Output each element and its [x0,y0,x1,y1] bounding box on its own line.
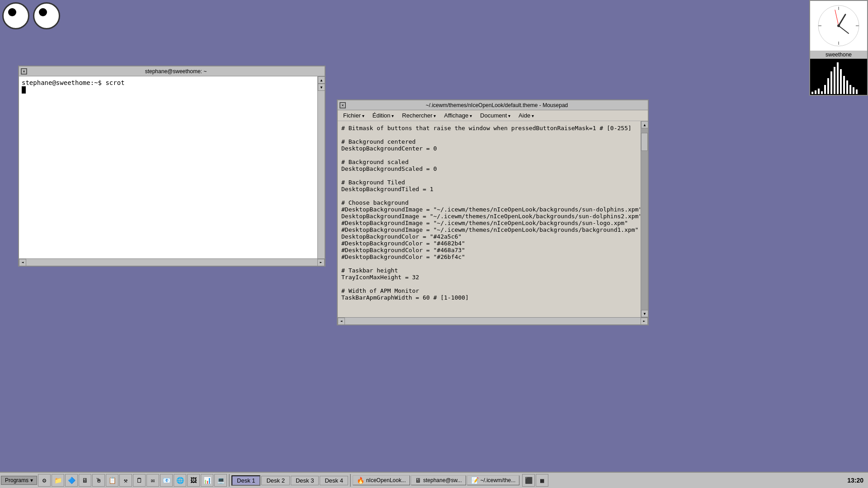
left-pupil [8,8,16,16]
menu-edition[interactable]: Édition [369,111,398,120]
desk2-btn[interactable]: Desk 2 [261,476,289,485]
programs-menu-btn[interactable]: Programs ▾ [1,476,37,485]
editor-scroll-right[interactable]: ► [641,318,648,325]
quick-launch-12[interactable]: 🖼 [187,474,200,487]
terminal-close-btn[interactable]: ✕ [21,68,27,75]
editor-scroll-left[interactable]: ◄ [338,318,345,325]
terminal-scrollbar-h[interactable]: ◄ ► [19,258,325,266]
quick-launch-14[interactable]: 💻 [214,474,227,487]
menu-document[interactable]: Document [476,111,514,120]
clock-histogram [810,59,867,95]
quick-launch-2[interactable]: 📁 [52,474,64,487]
win2-icon: 🖥 [415,477,421,484]
quick-launch-8[interactable]: 🗒 [133,474,146,487]
menu-aide[interactable]: Aide [515,111,538,120]
menu-fichier[interactable]: Fichier [340,111,368,120]
svg-point-9 [837,24,840,27]
editor-titlebar: ✕ ~/.icewm/themes/nIceOpenLook/default.t… [338,100,648,110]
taskbar-icon-r1[interactable]: ⬛ [522,474,535,487]
terminal-titlebar: ✕ stephane@sweethome: ~ [19,66,325,76]
menu-rechercher[interactable]: Rechercher [398,111,439,120]
quick-launch-10[interactable]: 📧 [160,474,173,487]
win3-icon: 📝 [471,477,479,484]
editor-title: ~/.icewm/themes/nIceOpenLook/default.the… [348,102,646,108]
editor-menubar: Fichier Édition Rechercher Affichage Doc… [338,110,648,121]
clock-widget: sweethone [809,0,868,96]
quick-launch-1[interactable]: ⚙ [38,474,51,487]
clock-svg [810,1,867,51]
scroll-down-btn[interactable]: ▼ [318,84,325,91]
win2-label: stephane@sw... [423,477,462,483]
right-eye [33,2,60,29]
editor-scroll-thumb[interactable] [641,133,648,151]
taskbar-icon-r2[interactable]: ▦ [536,474,548,487]
taskbar-win3[interactable]: 📝 ~/.icewm/the... [467,475,520,485]
terminal-title: stephane@sweethome: ~ [29,68,323,75]
editor-scroll-track[interactable] [641,128,648,310]
scroll-left-btn[interactable]: ◄ [19,259,26,266]
left-eye [2,2,29,29]
terminal-window: ✕ stephane@sweethome: ~ stephane@sweetho… [18,66,326,267]
clock-hostname: sweethone [810,51,867,59]
win3-label: ~/.icewm/the... [481,477,516,483]
scroll-up-btn[interactable]: ▲ [318,76,325,84]
taskbar-win2[interactable]: 🖥 stephane@sw... [411,475,466,485]
editor-scroll-up[interactable]: ▲ [641,121,648,128]
editor-window: ✕ ~/.icewm/themes/nIceOpenLook/default.t… [337,99,649,325]
desk1-btn[interactable]: Desk 1 [231,475,260,486]
win1-label: nIceOpenLook... [366,477,406,483]
quick-launch-11[interactable]: 🌐 [174,474,186,487]
terminal-scrollbar-v[interactable]: ▲ ▼ [317,76,325,258]
editor-scrollbar-v[interactable]: ▲ ▼ [641,121,648,317]
taskbar-win1[interactable]: 🔥 nIceOpenLook... [353,475,410,485]
quick-launch-4[interactable]: 🖥 [79,474,91,487]
editor-content[interactable]: # Bitmask of buttons that raise the wind… [338,121,641,317]
terminal-cursor [22,86,26,94]
editor-scroll-down[interactable]: ▼ [641,310,648,317]
quick-launch-3[interactable]: 🔷 [65,474,78,487]
programs-arrow: ▾ [30,477,33,483]
right-pupil [39,8,47,16]
desk3-btn[interactable]: Desk 3 [291,476,319,485]
clock-face [810,1,867,51]
scroll-right-btn[interactable]: ► [317,259,325,266]
quick-launch-6[interactable]: 📋 [106,474,118,487]
terminal-content[interactable]: stephane@sweethome:~$ scrot [19,76,317,258]
desk4-btn[interactable]: Desk 4 [320,476,348,485]
sep1 [229,474,230,487]
programs-label: Programs [5,477,28,483]
editor-scrollbar-h[interactable]: ◄ ► [338,317,648,324]
taskbar-time: 13:20 [844,477,867,484]
quick-launch-9[interactable]: ✉ [146,474,159,487]
win1-icon: 🔥 [357,477,364,484]
quick-launch-13[interactable]: 📊 [201,474,213,487]
taskbar: Programs ▾ ⚙ 📁 🔷 🖥 🖱 📋 ⚒ 🗒 ✉ 📧 🌐 🖼 📊 💻 D… [0,472,868,488]
eyes-widget [2,2,60,29]
quick-launch-5[interactable]: 🖱 [92,474,105,487]
menu-affichage[interactable]: Affichage [440,111,476,120]
quick-launch-7[interactable]: ⚒ [119,474,132,487]
editor-close-btn[interactable]: ✕ [340,102,346,108]
sep2 [350,474,351,487]
terminal-prompt: stephane@sweethome:~$ scrot [22,79,125,86]
